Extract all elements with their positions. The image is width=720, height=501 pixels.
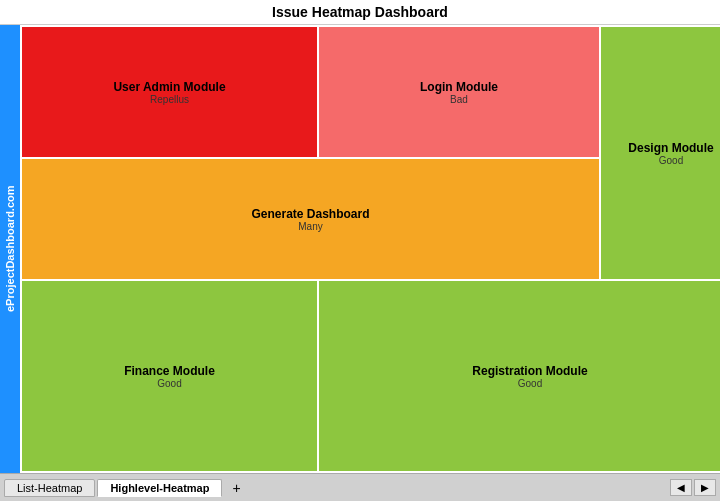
login-cell[interactable]: Login Module Bad xyxy=(319,27,599,157)
tab-highlevel-heatmap[interactable]: Highlevel-Heatmap xyxy=(97,479,222,497)
login-title: Login Module xyxy=(420,80,498,94)
tab-list-heatmap[interactable]: List-Heatmap xyxy=(4,479,95,497)
registration-status: Good xyxy=(518,378,542,389)
tab-add-button[interactable]: + xyxy=(224,479,248,497)
generate-status: Many xyxy=(298,221,322,232)
generate-title: Generate Dashboard xyxy=(251,207,369,221)
title-bar: Issue Heatmap Dashboard xyxy=(0,0,720,25)
user-admin-status: Repellus xyxy=(150,94,189,105)
user-admin-cell[interactable]: User Admin Module Repellus xyxy=(22,27,317,157)
finance-title: Finance Module xyxy=(124,364,215,378)
registration-title: Registration Module xyxy=(472,364,587,378)
finance-status: Good xyxy=(157,378,181,389)
heatmap-grid: User Admin Module Repellus Login Module … xyxy=(20,25,720,473)
page-title: Issue Heatmap Dashboard xyxy=(272,4,448,20)
left-label: eProjectDashboard.com xyxy=(0,25,20,473)
design-cell[interactable]: Design Module Good xyxy=(601,27,720,279)
generate-dashboard-cell[interactable]: Generate Dashboard Many xyxy=(22,159,599,279)
tab-nav: ◀ ▶ xyxy=(670,479,716,496)
tab-next-button[interactable]: ▶ xyxy=(694,479,716,496)
login-status: Bad xyxy=(450,94,468,105)
tab-bar: List-Heatmap Highlevel-Heatmap + ◀ ▶ xyxy=(0,473,720,501)
user-admin-title: User Admin Module xyxy=(113,80,225,94)
main-area: eProjectDashboard.com User Admin Module … xyxy=(0,25,720,473)
finance-cell[interactable]: Finance Module Good xyxy=(22,281,317,471)
registration-cell[interactable]: Registration Module Good xyxy=(319,281,720,471)
design-title: Design Module xyxy=(628,141,713,155)
design-status: Good xyxy=(659,155,683,166)
tab-prev-button[interactable]: ◀ xyxy=(670,479,692,496)
